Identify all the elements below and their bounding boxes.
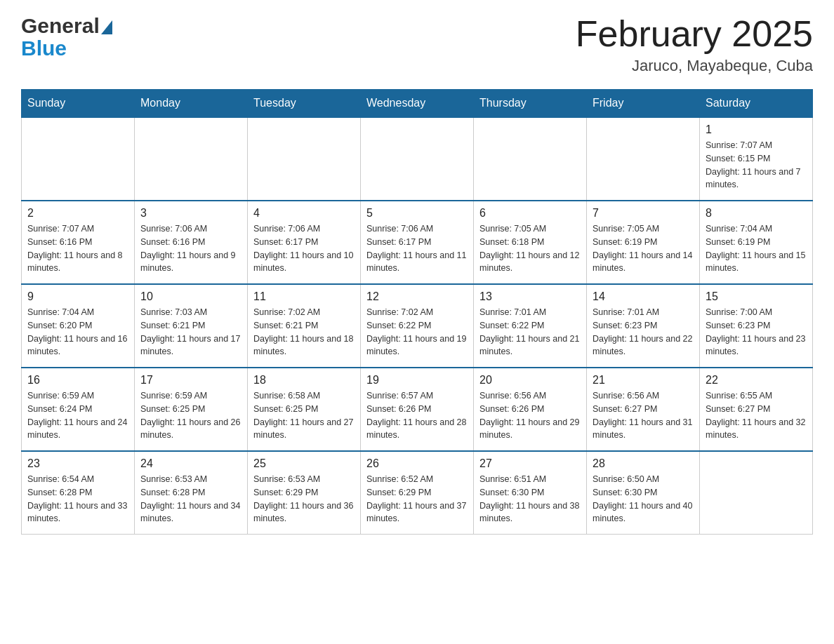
month-title: February 2025 [576,14,813,54]
calendar-cell: 21Sunrise: 6:56 AMSunset: 6:27 PMDayligh… [587,368,700,451]
day-info: Sunrise: 6:53 AMSunset: 6:28 PMDaylight:… [140,473,241,525]
weekday-header-wednesday: Wednesday [361,90,474,118]
calendar-cell: 14Sunrise: 7:01 AMSunset: 6:23 PMDayligh… [587,284,700,368]
day-info: Sunrise: 6:53 AMSunset: 6:29 PMDaylight:… [253,473,355,525]
day-info: Sunrise: 6:50 AMSunset: 6:30 PMDaylight:… [593,473,694,525]
calendar-cell: 8Sunrise: 7:04 AMSunset: 6:19 PMDaylight… [700,201,813,284]
day-info: Sunrise: 7:05 AMSunset: 6:19 PMDaylight:… [593,222,694,275]
calendar-cell: 18Sunrise: 6:58 AMSunset: 6:25 PMDayligh… [248,368,361,451]
logo-triangle-icon [101,20,112,34]
day-info: Sunrise: 6:51 AMSunset: 6:30 PMDaylight:… [479,473,581,525]
day-number: 17 [140,374,241,387]
day-info: Sunrise: 7:05 AMSunset: 6:18 PMDaylight:… [479,222,581,275]
day-info: Sunrise: 7:06 AMSunset: 6:16 PMDaylight:… [140,222,241,275]
weekday-header-sunday: Sunday [22,90,135,118]
day-number: 4 [253,207,355,220]
calendar-cell: 5Sunrise: 7:06 AMSunset: 6:17 PMDaylight… [361,201,474,284]
calendar-cell: 6Sunrise: 7:05 AMSunset: 6:18 PMDaylight… [474,201,587,284]
day-number: 15 [706,290,807,303]
calendar-cell [587,117,700,201]
day-info: Sunrise: 7:06 AMSunset: 6:17 PMDaylight:… [366,222,468,275]
weekday-header-saturday: Saturday [700,90,813,118]
day-info: Sunrise: 6:56 AMSunset: 6:27 PMDaylight:… [593,389,694,442]
day-info: Sunrise: 6:52 AMSunset: 6:29 PMDaylight:… [366,473,468,525]
calendar-cell: 12Sunrise: 7:02 AMSunset: 6:22 PMDayligh… [361,284,474,368]
calendar-cell: 15Sunrise: 7:00 AMSunset: 6:23 PMDayligh… [700,284,813,368]
calendar-cell: 28Sunrise: 6:50 AMSunset: 6:30 PMDayligh… [587,451,700,535]
logo: General Blue [21,14,112,60]
day-number: 14 [593,290,694,303]
day-number: 28 [593,457,694,470]
page-header: General Blue February 2025 Jaruco, Mayab… [21,14,813,75]
day-number: 7 [593,207,694,220]
title-section: February 2025 Jaruco, Mayabeque, Cuba [576,14,813,75]
calendar-cell: 10Sunrise: 7:03 AMSunset: 6:21 PMDayligh… [135,284,248,368]
calendar-cell: 2Sunrise: 7:07 AMSunset: 6:16 PMDaylight… [22,201,135,284]
day-number: 1 [706,123,807,136]
day-number: 3 [140,207,241,220]
day-number: 11 [253,290,355,303]
day-number: 9 [27,290,128,303]
day-number: 20 [479,374,581,387]
calendar-cell [474,117,587,201]
calendar-table: SundayMondayTuesdayWednesdayThursdayFrid… [21,89,813,535]
calendar-week-2: 2Sunrise: 7:07 AMSunset: 6:16 PMDaylight… [22,201,813,284]
day-number: 26 [366,457,468,470]
calendar-cell: 23Sunrise: 6:54 AMSunset: 6:28 PMDayligh… [22,451,135,535]
calendar-cell: 20Sunrise: 6:56 AMSunset: 6:26 PMDayligh… [474,368,587,451]
calendar-cell: 1Sunrise: 7:07 AMSunset: 6:15 PMDaylight… [700,117,813,201]
weekday-header-tuesday: Tuesday [248,90,361,118]
day-number: 8 [706,207,807,220]
calendar-cell [248,117,361,201]
calendar-cell: 3Sunrise: 7:06 AMSunset: 6:16 PMDaylight… [135,201,248,284]
day-info: Sunrise: 6:55 AMSunset: 6:27 PMDaylight:… [706,389,807,442]
calendar-cell: 27Sunrise: 6:51 AMSunset: 6:30 PMDayligh… [474,451,587,535]
calendar-cell [700,451,813,535]
day-info: Sunrise: 7:07 AMSunset: 6:15 PMDaylight:… [706,139,807,192]
day-info: Sunrise: 7:02 AMSunset: 6:21 PMDaylight:… [253,306,355,358]
day-info: Sunrise: 6:56 AMSunset: 6:26 PMDaylight:… [479,389,581,442]
weekday-header-thursday: Thursday [474,90,587,118]
day-info: Sunrise: 7:04 AMSunset: 6:20 PMDaylight:… [27,306,128,358]
weekday-header-row: SundayMondayTuesdayWednesdayThursdayFrid… [22,90,813,118]
day-info: Sunrise: 7:04 AMSunset: 6:19 PMDaylight:… [706,222,807,275]
calendar-week-3: 9Sunrise: 7:04 AMSunset: 6:20 PMDaylight… [22,284,813,368]
day-number: 10 [140,290,241,303]
day-number: 5 [366,207,468,220]
day-number: 19 [366,374,468,387]
day-info: Sunrise: 7:00 AMSunset: 6:23 PMDaylight:… [706,306,807,358]
calendar-cell: 13Sunrise: 7:01 AMSunset: 6:22 PMDayligh… [474,284,587,368]
day-info: Sunrise: 7:02 AMSunset: 6:22 PMDaylight:… [366,306,468,358]
calendar-cell: 16Sunrise: 6:59 AMSunset: 6:24 PMDayligh… [22,368,135,451]
calendar-cell [361,117,474,201]
weekday-header-monday: Monday [135,90,248,118]
day-number: 16 [27,374,128,387]
day-info: Sunrise: 7:01 AMSunset: 6:23 PMDaylight:… [593,306,694,358]
calendar-header: SundayMondayTuesdayWednesdayThursdayFrid… [22,90,813,118]
day-number: 25 [253,457,355,470]
day-number: 24 [140,457,241,470]
logo-general-text: General [21,14,100,38]
logo-blue-text: Blue [21,36,67,60]
day-info: Sunrise: 6:59 AMSunset: 6:25 PMDaylight:… [140,389,241,442]
calendar-cell: 17Sunrise: 6:59 AMSunset: 6:25 PMDayligh… [135,368,248,451]
calendar-cell: 9Sunrise: 7:04 AMSunset: 6:20 PMDaylight… [22,284,135,368]
day-info: Sunrise: 6:54 AMSunset: 6:28 PMDaylight:… [27,473,128,525]
calendar-cell: 11Sunrise: 7:02 AMSunset: 6:21 PMDayligh… [248,284,361,368]
day-number: 27 [479,457,581,470]
day-info: Sunrise: 7:07 AMSunset: 6:16 PMDaylight:… [27,222,128,275]
day-number: 6 [479,207,581,220]
calendar-cell: 24Sunrise: 6:53 AMSunset: 6:28 PMDayligh… [135,451,248,535]
day-number: 22 [706,374,807,387]
calendar-week-1: 1Sunrise: 7:07 AMSunset: 6:15 PMDaylight… [22,117,813,201]
day-info: Sunrise: 7:06 AMSunset: 6:17 PMDaylight:… [253,222,355,275]
day-info: Sunrise: 6:59 AMSunset: 6:24 PMDaylight:… [27,389,128,442]
calendar-cell: 7Sunrise: 7:05 AMSunset: 6:19 PMDaylight… [587,201,700,284]
calendar-body: 1Sunrise: 7:07 AMSunset: 6:15 PMDaylight… [22,117,813,535]
day-number: 12 [366,290,468,303]
location-text: Jaruco, Mayabeque, Cuba [576,57,813,75]
calendar-cell: 26Sunrise: 6:52 AMSunset: 6:29 PMDayligh… [361,451,474,535]
calendar-week-5: 23Sunrise: 6:54 AMSunset: 6:28 PMDayligh… [22,451,813,535]
weekday-header-friday: Friday [587,90,700,118]
calendar-cell: 19Sunrise: 6:57 AMSunset: 6:26 PMDayligh… [361,368,474,451]
